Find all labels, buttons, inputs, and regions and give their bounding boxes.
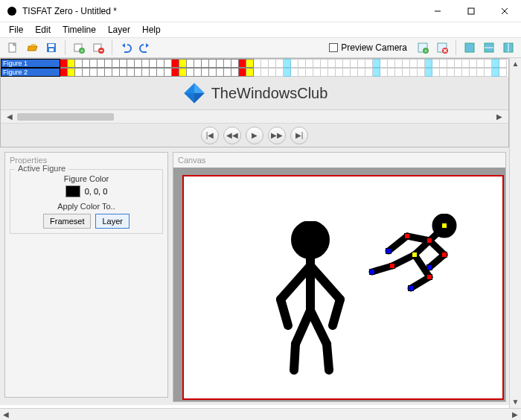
display-toggle-c-button[interactable] xyxy=(500,39,517,56)
playback-next-button[interactable]: ▶▶ xyxy=(268,127,286,144)
timeline-cell[interactable] xyxy=(202,59,209,68)
menu-help[interactable]: Help xyxy=(136,23,167,36)
timeline-cell[interactable] xyxy=(194,68,202,77)
timeline-cell[interactable] xyxy=(388,68,395,77)
canvas-paper[interactable] xyxy=(182,175,504,400)
timeline-cell[interactable] xyxy=(336,68,343,77)
timeline-cell[interactable] xyxy=(485,68,492,77)
timeline-cell[interactable] xyxy=(291,68,298,77)
timeline-cell[interactable] xyxy=(455,59,462,68)
timeline-cell[interactable] xyxy=(321,59,328,68)
timeline-cell[interactable] xyxy=(291,59,298,68)
timeline-cell[interactable] xyxy=(157,68,164,77)
timeline-cell[interactable] xyxy=(432,59,440,68)
timeline-layer-item[interactable]: Figure 1 xyxy=(1,59,60,68)
timeline-cell[interactable] xyxy=(261,59,269,68)
timeline-cell[interactable] xyxy=(120,68,127,77)
timeline-cell[interactable] xyxy=(313,59,321,68)
scroll-left-icon[interactable]: ◀ xyxy=(4,112,16,121)
minimize-button[interactable] xyxy=(421,0,454,22)
menu-file[interactable]: File xyxy=(3,23,29,36)
figure-node[interactable] xyxy=(408,285,414,291)
timeline-cell[interactable] xyxy=(380,59,388,68)
timeline-cell[interactable] xyxy=(231,68,239,77)
timeline-cell[interactable] xyxy=(276,59,284,68)
timeline-cell[interactable] xyxy=(343,59,351,68)
redo-button[interactable] xyxy=(137,39,153,56)
timeline-cell[interactable] xyxy=(217,68,224,77)
timeline-cell[interactable] xyxy=(365,68,373,77)
timeline-cell[interactable] xyxy=(150,59,157,68)
timeline-cell[interactable] xyxy=(298,68,306,77)
timeline-cell[interactable] xyxy=(499,68,507,77)
timeline-cell[interactable] xyxy=(112,59,120,68)
playback-first-button[interactable]: |◀ xyxy=(201,127,219,144)
timeline-cell[interactable] xyxy=(351,59,358,68)
timeline-cell[interactable] xyxy=(298,59,306,68)
timeline-cell[interactable] xyxy=(306,68,313,77)
scroll-right-icon[interactable]: ▶ xyxy=(509,409,521,421)
canvas-viewport[interactable] xyxy=(173,168,505,401)
timeline-cell[interactable] xyxy=(395,59,403,68)
stick-figure-2[interactable] xyxy=(359,214,463,303)
timeline-cell[interactable] xyxy=(172,59,179,68)
timeline-cell[interactable] xyxy=(150,68,157,77)
timeline-cell[interactable] xyxy=(157,59,164,68)
timeline-cell[interactable] xyxy=(418,68,425,77)
timeline-cell[interactable] xyxy=(172,68,179,77)
menu-layer[interactable]: Layer xyxy=(102,23,136,36)
figure-node[interactable] xyxy=(369,269,375,275)
scroll-left-icon[interactable]: ◀ xyxy=(0,409,12,421)
timeline-cell[interactable] xyxy=(358,59,365,68)
timeline-cell[interactable] xyxy=(246,68,254,77)
timeline-cell[interactable] xyxy=(83,68,90,77)
timeline-cell[interactable] xyxy=(105,59,112,68)
timeline-cell[interactable] xyxy=(321,68,328,77)
figure-node[interactable] xyxy=(426,238,432,244)
timeline-cell[interactable] xyxy=(179,68,187,77)
timeline-cell[interactable] xyxy=(254,59,261,68)
menu-edit[interactable]: Edit xyxy=(29,23,57,36)
timeline-cell[interactable] xyxy=(276,68,284,77)
timeline-cell[interactable] xyxy=(410,68,418,77)
stick-figure-1[interactable] xyxy=(266,221,355,378)
timeline-cell[interactable] xyxy=(224,68,231,77)
timeline-cell[interactable] xyxy=(75,59,83,68)
timeline-cell[interactable] xyxy=(455,68,462,77)
timeline-cell[interactable] xyxy=(343,68,351,77)
timeline-cell[interactable] xyxy=(239,59,246,68)
timeline-cell[interactable] xyxy=(127,59,135,68)
maximize-button[interactable] xyxy=(454,0,488,22)
timeline-cell[interactable] xyxy=(142,68,150,77)
figure-node[interactable] xyxy=(389,263,395,269)
timeline-cell[interactable] xyxy=(209,59,217,68)
scroll-right-icon[interactable]: ▶ xyxy=(493,112,505,121)
timeline-cell[interactable] xyxy=(112,68,120,77)
figure-node[interactable] xyxy=(386,248,391,254)
apply-layer-button[interactable]: Layer xyxy=(95,214,130,229)
figure-color-swatch[interactable] xyxy=(65,185,80,197)
playback-prev-button[interactable]: ◀◀ xyxy=(223,127,241,144)
timeline-cell[interactable] xyxy=(470,59,477,68)
undo-button[interactable] xyxy=(118,39,134,56)
timeline-cell[interactable] xyxy=(380,68,388,77)
timeline-cell[interactable] xyxy=(269,68,276,77)
new-file-button[interactable] xyxy=(4,39,21,56)
figure-node[interactable] xyxy=(441,252,447,258)
timeline-cell[interactable] xyxy=(217,59,224,68)
scroll-up-icon[interactable]: ▲ xyxy=(510,58,522,70)
scroll-down-icon[interactable]: ▼ xyxy=(510,396,522,408)
timeline-cell[interactable] xyxy=(395,68,403,77)
timeline-cell[interactable] xyxy=(60,68,68,77)
timeline-cell[interactable] xyxy=(418,59,425,68)
figure-node[interactable] xyxy=(412,252,418,258)
insert-keyframe-button[interactable]: + xyxy=(71,39,87,56)
timeline-cell[interactable] xyxy=(485,59,492,68)
timeline-cell[interactable] xyxy=(403,68,410,77)
apply-frameset-button[interactable]: Frameset xyxy=(43,214,91,229)
timeline-cell[interactable] xyxy=(328,59,336,68)
timeline-cell[interactable] xyxy=(120,59,127,68)
figure-node[interactable] xyxy=(426,274,432,280)
timeline-cell[interactable] xyxy=(164,59,172,68)
timeline-cell[interactable] xyxy=(179,59,187,68)
